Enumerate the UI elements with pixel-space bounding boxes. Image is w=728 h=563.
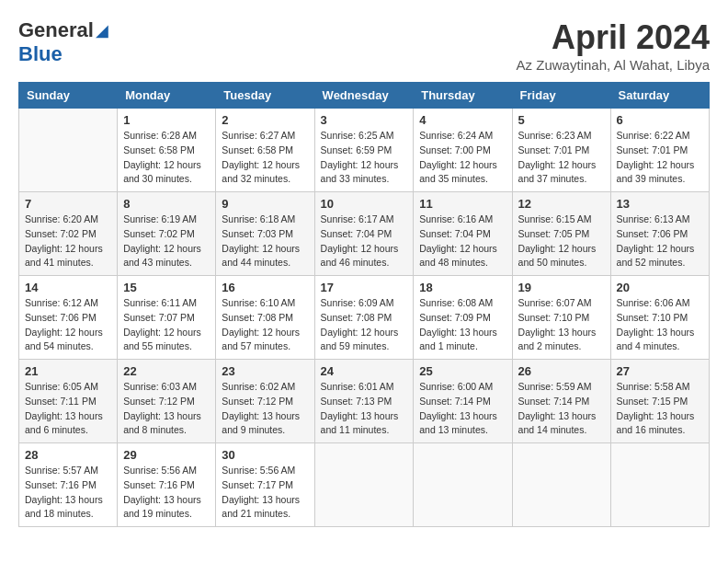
calendar-day-cell: 23Sunrise: 6:02 AM Sunset: 7:12 PM Dayli… [216,360,314,443]
day-number: 20 [617,281,703,294]
calendar-week-row: 7Sunrise: 6:20 AM Sunset: 7:02 PM Daylig… [19,192,710,276]
calendar-day-cell: 14Sunrise: 6:12 AM Sunset: 7:06 PM Dayli… [19,276,118,360]
calendar-week-row: 21Sunrise: 6:05 AM Sunset: 7:11 PM Dayli… [19,360,710,443]
day-info: Sunrise: 6:27 AM Sunset: 6:58 PM Dayligh… [222,129,308,187]
day-info: Sunrise: 6:11 AM Sunset: 7:07 PM Dayligh… [123,296,210,354]
day-number: 23 [222,364,308,378]
day-number: 10 [321,197,408,211]
page-header: General ◢ Blue April 2024 Az Zuwaytinah,… [18,18,710,73]
day-number: 25 [419,364,506,378]
day-info: Sunrise: 6:09 AM Sunset: 7:08 PM Dayligh… [321,296,408,354]
day-number: 7 [25,197,111,211]
day-number: 8 [123,197,210,211]
calendar-day-cell: 9Sunrise: 6:18 AM Sunset: 7:03 PM Daylig… [216,192,314,276]
day-number: 17 [321,281,408,294]
calendar-day-cell: 7Sunrise: 6:20 AM Sunset: 7:02 PM Daylig… [19,192,118,276]
title-section: April 2024 Az Zuwaytinah, Al Wahat, Liby… [517,18,710,73]
day-number: 2 [222,113,308,127]
calendar-day-cell: 12Sunrise: 6:15 AM Sunset: 7:05 PM Dayli… [512,192,610,276]
calendar-day-cell: 18Sunrise: 6:08 AM Sunset: 7:09 PM Dayli… [414,276,512,360]
calendar-day-cell [314,443,414,527]
weekday-header: Wednesday [314,83,414,109]
day-info: Sunrise: 6:25 AM Sunset: 6:59 PM Dayligh… [321,129,408,187]
calendar-week-row: 1Sunrise: 6:28 AM Sunset: 6:58 PM Daylig… [19,109,710,192]
logo-bird-icon: ◢ [96,20,108,40]
day-info: Sunrise: 6:07 AM Sunset: 7:10 PM Dayligh… [518,296,605,354]
day-info: Sunrise: 6:01 AM Sunset: 7:13 PM Dayligh… [321,380,408,438]
weekday-header: Monday [118,83,216,109]
day-number: 11 [419,197,506,211]
calendar-day-cell: 29Sunrise: 5:56 AM Sunset: 7:16 PM Dayli… [118,443,216,527]
day-number: 19 [518,281,605,294]
day-info: Sunrise: 6:18 AM Sunset: 7:03 PM Dayligh… [222,213,308,270]
calendar-day-cell: 5Sunrise: 6:23 AM Sunset: 7:01 PM Daylig… [512,109,610,192]
calendar-day-cell [610,443,709,527]
day-info: Sunrise: 6:08 AM Sunset: 7:09 PM Dayligh… [419,296,506,354]
day-number: 28 [25,448,111,462]
day-number: 26 [518,364,605,378]
month-title: April 2024 [517,18,710,57]
day-info: Sunrise: 6:19 AM Sunset: 7:02 PM Dayligh… [123,213,210,270]
weekday-header: Thursday [414,83,512,109]
calendar-day-cell: 21Sunrise: 6:05 AM Sunset: 7:11 PM Dayli… [19,360,118,443]
day-number: 12 [518,197,605,211]
day-number: 3 [321,113,408,127]
day-info: Sunrise: 6:03 AM Sunset: 7:12 PM Dayligh… [123,380,210,438]
calendar-day-cell: 19Sunrise: 6:07 AM Sunset: 7:10 PM Dayli… [512,276,610,360]
day-number: 13 [617,197,703,211]
calendar-day-cell: 22Sunrise: 6:03 AM Sunset: 7:12 PM Dayli… [118,360,216,443]
weekday-header: Friday [512,83,610,109]
day-info: Sunrise: 6:20 AM Sunset: 7:02 PM Dayligh… [25,213,111,270]
day-number: 24 [321,364,408,378]
day-info: Sunrise: 5:56 AM Sunset: 7:16 PM Dayligh… [123,464,210,522]
day-number: 18 [419,281,506,294]
day-info: Sunrise: 5:57 AM Sunset: 7:16 PM Dayligh… [25,464,111,522]
weekday-header: Tuesday [216,83,314,109]
calendar-day-cell: 16Sunrise: 6:10 AM Sunset: 7:08 PM Dayli… [216,276,314,360]
calendar-day-cell [19,109,118,192]
calendar-day-cell: 17Sunrise: 6:09 AM Sunset: 7:08 PM Dayli… [314,276,414,360]
calendar-day-cell: 13Sunrise: 6:13 AM Sunset: 7:06 PM Dayli… [610,192,709,276]
day-info: Sunrise: 6:02 AM Sunset: 7:12 PM Dayligh… [222,380,308,438]
calendar-day-cell: 15Sunrise: 6:11 AM Sunset: 7:07 PM Dayli… [118,276,216,360]
day-number: 14 [25,281,111,294]
calendar-day-cell: 11Sunrise: 6:16 AM Sunset: 7:04 PM Dayli… [414,192,512,276]
logo-blue-text: Blue [18,42,63,66]
day-info: Sunrise: 6:05 AM Sunset: 7:11 PM Dayligh… [25,380,111,438]
calendar-day-cell: 1Sunrise: 6:28 AM Sunset: 6:58 PM Daylig… [118,109,216,192]
calendar-week-row: 28Sunrise: 5:57 AM Sunset: 7:16 PM Dayli… [19,443,710,527]
calendar-table: SundayMondayTuesdayWednesdayThursdayFrid… [18,82,710,527]
day-number: 27 [617,364,703,378]
calendar-day-cell: 24Sunrise: 6:01 AM Sunset: 7:13 PM Dayli… [314,360,414,443]
weekday-row: SundayMondayTuesdayWednesdayThursdayFrid… [19,83,710,109]
day-number: 30 [222,448,308,462]
day-info: Sunrise: 6:06 AM Sunset: 7:10 PM Dayligh… [617,296,703,354]
day-number: 5 [518,113,605,127]
day-info: Sunrise: 6:10 AM Sunset: 7:08 PM Dayligh… [222,296,308,354]
day-info: Sunrise: 6:00 AM Sunset: 7:14 PM Dayligh… [419,380,506,438]
calendar-day-cell: 25Sunrise: 6:00 AM Sunset: 7:14 PM Dayli… [414,360,512,443]
day-number: 29 [123,448,210,462]
calendar-day-cell [512,443,610,527]
calendar-day-cell: 27Sunrise: 5:58 AM Sunset: 7:15 PM Dayli… [610,360,709,443]
calendar-day-cell: 26Sunrise: 5:59 AM Sunset: 7:14 PM Dayli… [512,360,610,443]
day-info: Sunrise: 5:59 AM Sunset: 7:14 PM Dayligh… [518,380,605,438]
day-info: Sunrise: 5:56 AM Sunset: 7:17 PM Dayligh… [222,464,308,522]
calendar-day-cell [414,443,512,527]
day-number: 22 [123,364,210,378]
location-text: Az Zuwaytinah, Al Wahat, Libya [517,57,710,73]
day-info: Sunrise: 5:58 AM Sunset: 7:15 PM Dayligh… [617,380,703,438]
day-info: Sunrise: 6:23 AM Sunset: 7:01 PM Dayligh… [518,129,605,187]
calendar-week-row: 14Sunrise: 6:12 AM Sunset: 7:06 PM Dayli… [19,276,710,360]
logo: General ◢ Blue [18,18,108,66]
calendar-day-cell: 4Sunrise: 6:24 AM Sunset: 7:00 PM Daylig… [414,109,512,192]
day-number: 9 [222,197,308,211]
calendar-day-cell: 3Sunrise: 6:25 AM Sunset: 6:59 PM Daylig… [314,109,414,192]
calendar-day-cell: 28Sunrise: 5:57 AM Sunset: 7:16 PM Dayli… [19,443,118,527]
calendar-header: SundayMondayTuesdayWednesdayThursdayFrid… [19,83,710,109]
day-info: Sunrise: 6:22 AM Sunset: 7:01 PM Dayligh… [617,129,703,187]
day-number: 16 [222,281,308,294]
calendar-day-cell: 8Sunrise: 6:19 AM Sunset: 7:02 PM Daylig… [118,192,216,276]
weekday-header: Saturday [610,83,709,109]
day-number: 21 [25,364,111,378]
